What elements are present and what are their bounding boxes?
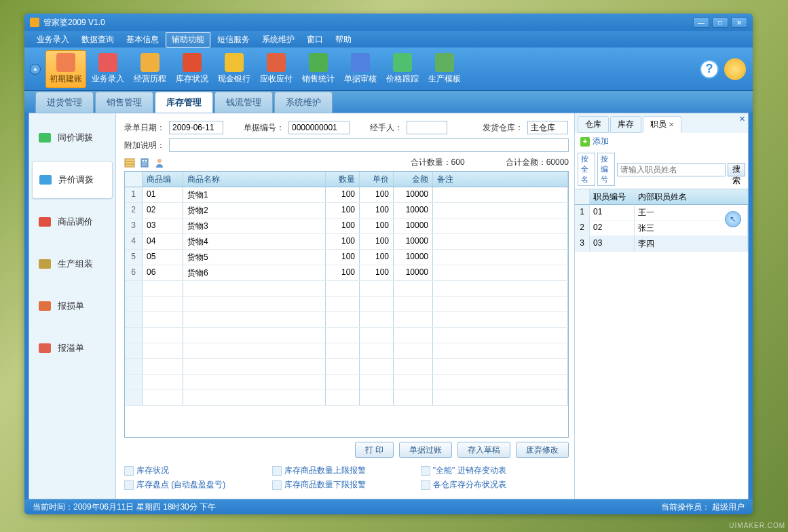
grid-icon[interactable] bbox=[124, 157, 135, 168]
menu-item-3[interactable]: 辅助功能 bbox=[166, 32, 210, 48]
grid-header-cell[interactable]: 商品名称 bbox=[183, 172, 326, 187]
menu-item-6[interactable]: 窗口 bbox=[301, 33, 329, 47]
grid-header-cell[interactable] bbox=[125, 172, 143, 187]
grid-row[interactable]: 202货物210010010000 bbox=[125, 203, 568, 218]
sidebar-item-0[interactable]: 同价调拨 bbox=[32, 119, 113, 157]
sidebar-item-2[interactable]: 商品调价 bbox=[32, 203, 113, 241]
grid-header-cell[interactable]: 数量 bbox=[326, 172, 360, 187]
grid-header-cell[interactable]: 金额 bbox=[394, 172, 433, 187]
toolbar-button-9[interactable]: 生产模板 bbox=[424, 50, 465, 88]
report-link[interactable]: 库存商品数量下限报警 bbox=[272, 479, 420, 491]
grid-row[interactable] bbox=[125, 375, 568, 390]
action-button-1[interactable]: 单据过账 bbox=[399, 442, 452, 458]
main-tab-2[interactable]: 库存管理 bbox=[155, 92, 213, 113]
grid-row[interactable] bbox=[125, 281, 568, 297]
main-tab-3[interactable]: 钱流管理 bbox=[214, 92, 273, 113]
grid-row[interactable] bbox=[125, 312, 568, 328]
right-panel-close-icon[interactable]: ✕ bbox=[739, 115, 745, 124]
action-button-3[interactable]: 废弃修改 bbox=[516, 442, 569, 458]
maximize-button[interactable]: □ bbox=[712, 17, 728, 28]
menu-item-4[interactable]: 短信服务 bbox=[212, 33, 255, 47]
grid-row[interactable]: 404货物410010010000 bbox=[125, 234, 568, 250]
grid-cell bbox=[360, 343, 394, 358]
employee-row[interactable]: 202张三 bbox=[575, 221, 748, 236]
report-icon bbox=[421, 466, 430, 476]
search-button[interactable]: 搜索 bbox=[728, 163, 745, 176]
search-input[interactable] bbox=[617, 163, 726, 176]
toolbar-button-5[interactable]: 应收应付 bbox=[256, 50, 297, 88]
grid-row[interactable]: 101货物110010010000 bbox=[125, 187, 568, 203]
employee-header-cell[interactable] bbox=[575, 189, 590, 204]
grid-row[interactable]: 505货物510010010000 bbox=[125, 250, 568, 265]
grid-header-cell[interactable]: 单价 bbox=[360, 172, 394, 187]
filter-by-code-button[interactable]: 按编号 bbox=[597, 153, 615, 186]
right-tab-2[interactable]: 职员✕ bbox=[643, 116, 681, 133]
action-button-0[interactable]: 打 印 bbox=[355, 442, 394, 458]
grid-row[interactable] bbox=[125, 297, 568, 312]
toolbar-button-4[interactable]: 现金银行 bbox=[214, 50, 255, 88]
main-tab-0[interactable]: 进货管理 bbox=[35, 92, 94, 113]
close-button[interactable]: ✕ bbox=[731, 17, 747, 28]
menu-item-1[interactable]: 数据查询 bbox=[76, 33, 119, 47]
report-link[interactable]: 各仓库存分布状况表 bbox=[421, 479, 569, 491]
sidebar-item-4[interactable]: 报损单 bbox=[32, 287, 113, 325]
employee-row[interactable]: 303李四 bbox=[575, 236, 748, 252]
menu-item-2[interactable]: 基本信息 bbox=[121, 33, 164, 47]
toolbar-button-2[interactable]: 经营历程 bbox=[130, 50, 170, 88]
sidebar-item-5[interactable]: 报溢单 bbox=[32, 329, 113, 367]
grid-row[interactable] bbox=[125, 359, 568, 375]
remark-input[interactable] bbox=[169, 138, 569, 152]
toolbar-button-3[interactable]: 库存状况 bbox=[172, 50, 212, 88]
main-tab-1[interactable]: 销售管理 bbox=[95, 92, 153, 113]
grid-row[interactable] bbox=[125, 390, 568, 406]
doc-input[interactable] bbox=[288, 121, 350, 134]
right-tab-0[interactable]: 仓库 bbox=[578, 116, 609, 133]
toolbar-button-1[interactable]: 业务录入 bbox=[88, 50, 128, 88]
grid-cell bbox=[143, 312, 183, 327]
sidebar-item-1[interactable]: 异价调拨 bbox=[32, 161, 113, 199]
grid-body[interactable]: 101货物110010010000202货物210010010000303货物3… bbox=[125, 187, 568, 437]
menu-item-7[interactable]: 帮助 bbox=[330, 33, 357, 47]
brand-icon[interactable] bbox=[724, 58, 746, 80]
grid-row[interactable] bbox=[125, 343, 568, 359]
grid-row[interactable] bbox=[125, 328, 568, 343]
person-icon[interactable] bbox=[154, 157, 165, 168]
grid-header-cell[interactable]: 备注 bbox=[433, 172, 568, 187]
help-icon[interactable]: ? bbox=[700, 60, 719, 79]
grid-row[interactable]: 606货物610010010000 bbox=[125, 265, 568, 281]
employee-header-cell[interactable]: 职员编号 bbox=[590, 189, 635, 204]
building-icon[interactable] bbox=[139, 157, 150, 168]
grid-row[interactable]: 303货物310010010000 bbox=[125, 218, 568, 234]
report-link[interactable]: 库存商品数量上限报警 bbox=[272, 465, 420, 476]
toolbar-button-7[interactable]: 单据审核 bbox=[340, 50, 381, 88]
filter-by-name-button[interactable]: 按全名 bbox=[578, 153, 595, 186]
toolbar-button-8[interactable]: 价格跟踪 bbox=[382, 50, 423, 88]
report-link[interactable]: 库存状况 bbox=[124, 465, 272, 476]
report-link[interactable]: 库存盘点 (自动盘盈盘亏) bbox=[124, 479, 272, 491]
right-tab-1[interactable]: 库存 bbox=[610, 116, 641, 133]
action-button-2[interactable]: 存入草稿 bbox=[457, 442, 510, 458]
minimize-button[interactable]: — bbox=[693, 17, 709, 28]
tab-close-icon[interactable]: ✕ bbox=[669, 121, 674, 128]
sidebar-item-3[interactable]: 生产组装 bbox=[32, 245, 113, 283]
titlebar[interactable]: 管家婆2009 V1.0 — □ ✕ bbox=[24, 14, 753, 31]
panel-arrow-icon[interactable]: ↖ bbox=[725, 211, 741, 227]
toolbar-icon bbox=[435, 53, 454, 72]
date-input[interactable] bbox=[169, 121, 223, 134]
collapse-toolbar-button[interactable]: ▲ bbox=[30, 64, 41, 75]
grid-cell bbox=[394, 343, 433, 358]
grid-cell bbox=[394, 297, 433, 311]
report-link[interactable]: "全能" 进销存变动表 bbox=[421, 465, 569, 476]
menu-item-0[interactable]: 业务录入 bbox=[31, 33, 75, 47]
employee-row[interactable]: 101王一 bbox=[575, 205, 748, 221]
menu-item-5[interactable]: 系统维护 bbox=[257, 33, 300, 47]
toolbar-button-0[interactable]: 初期建账 bbox=[45, 50, 86, 88]
warehouse-input[interactable] bbox=[527, 121, 568, 134]
employee-header-cell[interactable]: 内部职员姓名 bbox=[635, 189, 748, 204]
add-button[interactable]: +添加 bbox=[580, 136, 743, 147]
main-tab-4[interactable]: 系统维护 bbox=[274, 92, 333, 113]
grid-header-cell[interactable]: 商品编号 bbox=[143, 172, 183, 187]
link-label: 库存商品数量上限报警 bbox=[284, 465, 366, 476]
toolbar-button-6[interactable]: 销售统计 bbox=[298, 50, 339, 88]
handler-input[interactable] bbox=[407, 121, 447, 134]
